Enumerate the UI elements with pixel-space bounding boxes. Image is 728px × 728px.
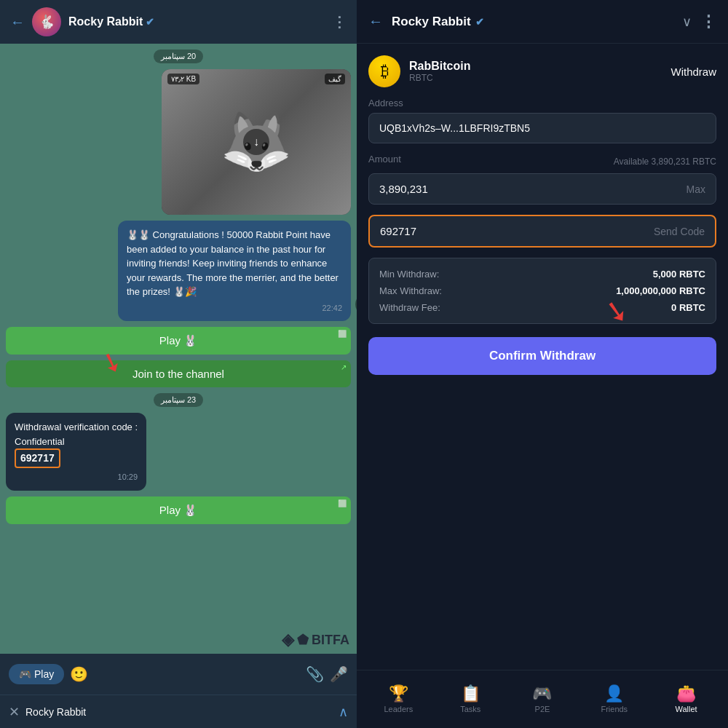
- play-button-2[interactable]: Play 🐰 ⬜: [6, 496, 351, 524]
- fee-label: Withdraw Fee:: [379, 302, 440, 313]
- message-time: 22:42: [127, 302, 342, 314]
- bottom-nav: 🏆 Leaders 📋 Tasks 🎮 P2E 👤 Friends 👛 Wall…: [357, 670, 728, 728]
- wallet-icon: 👛: [676, 686, 696, 702]
- min-withdraw-value: 5,000 RBTC: [653, 269, 705, 280]
- nav-p2e[interactable]: 🎮 P2E: [521, 686, 564, 713]
- leaders-label: Leaders: [384, 705, 414, 713]
- play-input-button[interactable]: 🎮 Play: [9, 664, 64, 684]
- btn-corner-icon: ⬜: [338, 330, 347, 338]
- tg-input-bar: 🎮 Play 🙂 📎 🎤: [0, 654, 357, 695]
- max-withdraw-value: 1,000,000,000 RBTC: [616, 285, 705, 296]
- available-text: Available 3,890,231 RBTC: [614, 157, 716, 167]
- coin-ticker: RBTC: [409, 73, 662, 83]
- btn-corner-icon-2: ↗: [341, 363, 347, 371]
- date-badge-2: 23 سپتامبر: [154, 393, 203, 407]
- avatar: 🐇: [32, 7, 61, 36]
- info-box: Min Withdraw: 5,000 RBTC Max Withdraw: 1…: [368, 258, 716, 324]
- min-withdraw-row: Min Withdraw: 5,000 RBTC: [379, 269, 705, 280]
- fee-row: Withdraw Fee: 0 RBTC: [379, 302, 705, 313]
- friends-label: Friends: [601, 705, 628, 713]
- bitfa-watermark: ◈ Wallet ⬟ BITFA: [282, 630, 349, 649]
- gif-message: 🦊 ↓ گیف ۷۳٫۲ KB: [162, 69, 351, 215]
- join-channel-button[interactable]: Join to the channel ↗: [6, 360, 351, 387]
- incoming-code: 692717: [15, 448, 60, 468]
- footer-title: Rocky Rabbit: [25, 706, 333, 718]
- incoming-time: 10:29: [15, 471, 138, 483]
- coin-name: RabBitcoin: [409, 60, 662, 73]
- nav-wallet[interactable]: 👛 Wallet: [665, 686, 708, 713]
- download-icon[interactable]: ↓: [243, 129, 269, 155]
- messages-area: 20 سپتامبر 🦊 ↓ گیف ۷۳٫۲ KB 🐰🐰 Congratula…: [0, 44, 357, 654]
- fee-value: 0 RBTC: [671, 302, 705, 313]
- code-input-row[interactable]: 692717 Send Code: [368, 215, 716, 248]
- congratulations-message: 🐰🐰 Congratulations ! 50000 Rabbit Point …: [118, 221, 351, 321]
- withdraw-label: Withdraw: [670, 66, 716, 78]
- confirm-withdraw-button[interactable]: Confirm Withdraw: [368, 337, 716, 375]
- tasks-label: Tasks: [460, 705, 480, 713]
- more-menu-icon[interactable]: ⋮: [332, 13, 347, 31]
- rp-verified-icon: ✔: [475, 16, 484, 28]
- close-icon[interactable]: ✕: [9, 704, 20, 720]
- confirm-section: ➘ Confirm Withdraw: [368, 334, 716, 375]
- max-withdraw-row: Max Withdraw: 1,000,000,000 RBTC: [379, 285, 705, 296]
- emoji-icon[interactable]: 🙂: [70, 665, 88, 683]
- send-code-button[interactable]: Send Code: [654, 226, 705, 237]
- code-input-value: 692717: [380, 225, 416, 237]
- date-badge-1: 20 سپتامبر: [154, 50, 203, 63]
- message-body: 🐰🐰 Congratulations ! 50000 Rabbit Point …: [127, 229, 339, 297]
- coin-info: RabBitcoin RBTC: [409, 60, 662, 83]
- rp-more-icon[interactable]: ⋮: [700, 12, 716, 31]
- nav-tasks[interactable]: 📋 Tasks: [448, 686, 492, 713]
- btn-corner-icon-3: ⬜: [338, 499, 347, 507]
- amount-label: Amount: [368, 154, 401, 165]
- share-icon[interactable]: ↗: [355, 293, 357, 315]
- rp-content: ₿ RabBitcoin RBTC Withdraw Address UQB1x…: [357, 44, 728, 670]
- chat-name: Rocky Rabbit ✔: [68, 15, 325, 28]
- amount-section: Amount Available 3,890,231 RBTC 3,890,23…: [368, 154, 716, 205]
- friends-icon: 👤: [604, 686, 624, 702]
- nav-friends[interactable]: 👤 Friends: [593, 686, 636, 713]
- p2e-label: P2E: [535, 705, 550, 713]
- gif-label: گیف: [325, 74, 345, 84]
- gif-size: ۷۳٫۲ KB: [167, 74, 199, 84]
- tg-header: ← 🐇 Rocky Rabbit ✔ ⋮: [0, 0, 357, 44]
- incoming-line1: Withdrawal verification code :: [15, 420, 138, 435]
- rp-back-icon[interactable]: ←: [368, 13, 383, 30]
- coin-row: ₿ RabBitcoin RBTC Withdraw: [368, 55, 716, 87]
- tg-footer: ✕ Rocky Rabbit ∧: [0, 695, 357, 728]
- leaders-icon: 🏆: [389, 686, 408, 702]
- max-withdraw-label: Max Withdraw:: [379, 285, 442, 296]
- rp-chevron-icon[interactable]: ∨: [682, 14, 692, 30]
- chevron-up-icon[interactable]: ∧: [339, 704, 348, 720]
- mic-icon[interactable]: 🎤: [330, 665, 348, 683]
- wallet-label: Wallet: [676, 705, 697, 713]
- address-input[interactable]: UQB1xVh2s–W...1LBFRI9zTBN5: [368, 113, 716, 143]
- incoming-wrapper: Withdrawal verification code : Confident…: [6, 413, 146, 491]
- incoming-message: Withdrawal verification code : Confident…: [6, 413, 146, 491]
- coin-icon: ₿: [368, 55, 400, 87]
- verified-icon: ✔: [146, 16, 154, 28]
- title-area: Rocky Rabbit ✔: [68, 15, 325, 28]
- amount-row: 3,890,231 Max: [368, 173, 716, 205]
- tasks-icon: 📋: [461, 686, 480, 702]
- gif-placeholder: 🦊 ↓: [162, 69, 351, 215]
- nav-leaders[interactable]: 🏆 Leaders: [376, 686, 420, 713]
- code-section: 692717 Send Code: [368, 215, 716, 248]
- telegram-panel: ← 🐇 Rocky Rabbit ✔ ⋮ 20 سپتامبر 🦊 ↓ گیف …: [0, 0, 357, 728]
- amount-header: Amount Available 3,890,231 RBTC: [368, 154, 716, 169]
- amount-value: 3,890,231: [379, 183, 428, 195]
- min-withdraw-label: Min Withdraw:: [379, 269, 439, 280]
- back-icon[interactable]: ←: [10, 14, 25, 31]
- rp-title: Rocky Rabbit ✔: [392, 15, 673, 29]
- crypto-panel: ← Rocky Rabbit ✔ ∨ ⋮ ₿ RabBitcoin RBTC W…: [357, 0, 728, 728]
- attach-icon[interactable]: 📎: [306, 665, 324, 683]
- rp-header: ← Rocky Rabbit ✔ ∨ ⋮: [357, 0, 728, 44]
- incoming-line2: Confidential: [15, 435, 138, 449]
- address-section: Address UQB1xVh2s–W...1LBFRI9zTBN5: [368, 98, 716, 143]
- play-button-1[interactable]: Play 🐰 ⬜: [6, 327, 351, 355]
- max-button[interactable]: Max: [687, 183, 705, 195]
- p2e-icon: 🎮: [532, 686, 552, 702]
- address-label: Address: [368, 98, 716, 108]
